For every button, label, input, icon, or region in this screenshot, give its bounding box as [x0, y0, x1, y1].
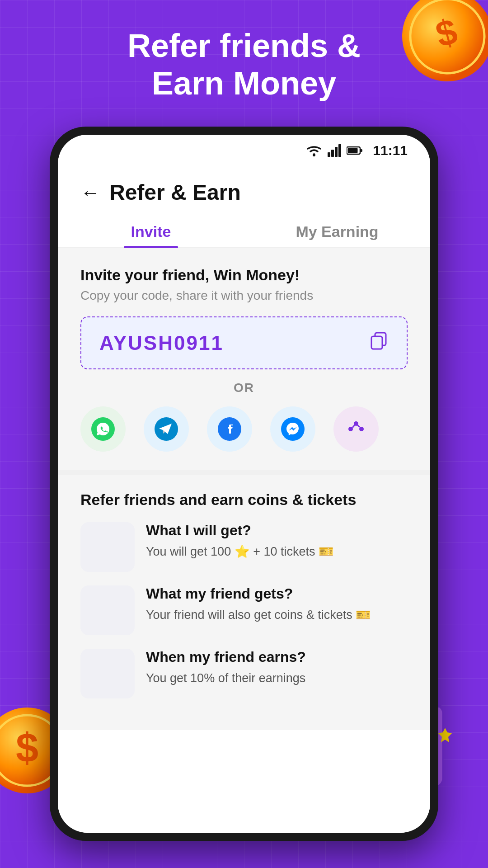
invite-subtext: Copy your code, share it with your frien…: [80, 288, 408, 303]
share-facebook-button[interactable]: [207, 406, 252, 452]
share-more-button[interactable]: [333, 406, 379, 452]
info-title-3: When my friend earns?: [146, 649, 408, 665]
status-time: 11:11: [373, 143, 408, 158]
invite-heading: Invite your friend, Win Money!: [80, 266, 408, 284]
earn-section-title: Refer friends and earn coins & tickets: [80, 491, 408, 509]
svg-rect-6: [335, 147, 338, 157]
info-item-2: What my friend gets? Your friend will al…: [80, 585, 408, 635]
info-title-2: What my friend gets?: [146, 585, 408, 602]
status-bar: 11:11: [58, 135, 430, 166]
signal-icon: [328, 144, 341, 157]
info-text-3: When my friend earns? You get 10% of the…: [146, 649, 408, 688]
info-item-1: What I will get? You will get 100 ⭐ + 10…: [80, 522, 408, 572]
svg-rect-5: [331, 150, 334, 157]
main-content: Invite your friend, Win Money! Copy your…: [58, 248, 430, 730]
tab-invite[interactable]: Invite: [58, 214, 244, 247]
svg-rect-10: [360, 149, 362, 152]
svg-point-19: [359, 427, 364, 431]
svg-rect-4: [328, 152, 330, 157]
or-divider: OR: [80, 381, 408, 395]
referral-code: AYUSH0911: [99, 332, 224, 354]
copy-button[interactable]: [369, 331, 389, 355]
phone-frame: 11:11 ← Refer & Earn Invite My Earning I…: [50, 127, 438, 841]
phone-screen: 11:11 ← Refer & Earn Invite My Earning I…: [58, 135, 430, 833]
page-header: ← Refer & Earn: [58, 166, 430, 214]
info-icon-1: [80, 522, 135, 572]
svg-rect-9: [348, 148, 358, 153]
svg-line-20: [352, 425, 355, 428]
info-text-2: What my friend gets? Your friend will al…: [146, 585, 408, 624]
share-icons: [80, 406, 408, 452]
share-whatsapp-button[interactable]: [80, 406, 126, 452]
svg-rect-12: [371, 336, 382, 349]
info-desc-1: You will get 100 ⭐ + 10 tickets 🎫: [146, 542, 408, 561]
hero-title-line1: Refer friends &: [90, 27, 398, 65]
svg-point-3: [313, 154, 315, 156]
page-title: Refer & Earn: [109, 180, 241, 205]
hero-title: Refer friends & Earn Money: [0, 27, 488, 102]
share-telegram-button[interactable]: [144, 406, 189, 452]
section-divider: [58, 470, 430, 475]
screen-content: ← Refer & Earn Invite My Earning Invite …: [58, 166, 430, 833]
info-icon-2: [80, 585, 135, 635]
info-icon-3: [80, 649, 135, 698]
info-desc-3: You get 10% of their earnings: [146, 669, 408, 688]
battery-icon: [347, 146, 363, 156]
info-title-1: What I will get?: [146, 522, 408, 539]
hero-title-line2: Earn Money: [90, 65, 398, 102]
svg-point-16: [281, 417, 305, 441]
share-messenger-button[interactable]: [270, 406, 315, 452]
info-text-1: What I will get? You will get 100 ⭐ + 10…: [146, 522, 408, 561]
tab-my-earning[interactable]: My Earning: [244, 214, 430, 247]
referral-code-box: AYUSH0911: [80, 316, 408, 369]
wifi-icon: [306, 144, 322, 157]
tabs-container: Invite My Earning: [58, 214, 430, 248]
back-button[interactable]: ←: [80, 181, 100, 204]
svg-text:$: $: [16, 725, 38, 770]
info-item-3: When my friend earns? You get 10% of the…: [80, 649, 408, 698]
status-icons: 11:11: [306, 143, 408, 158]
info-desc-2: Your friend will also get coins & ticket…: [146, 606, 408, 624]
svg-rect-7: [338, 144, 341, 157]
svg-line-21: [357, 425, 360, 427]
